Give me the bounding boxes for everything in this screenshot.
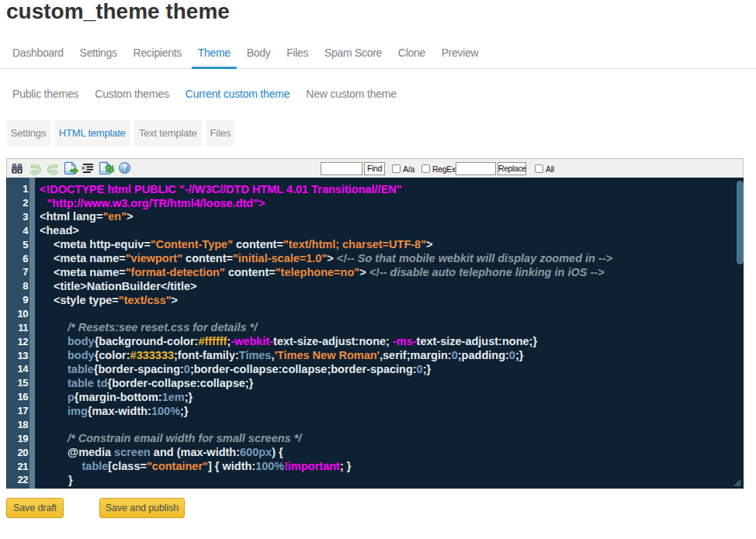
svg-text:?: ? bbox=[122, 163, 127, 172]
